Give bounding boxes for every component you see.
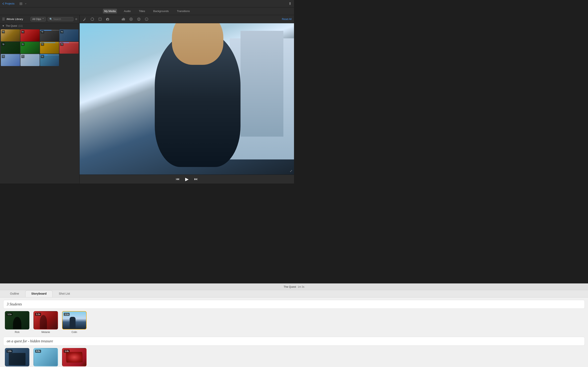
media-thumb[interactable]: 📷	[1, 29, 20, 42]
media-thumb[interactable]: 📷	[20, 42, 40, 54]
nav-titles[interactable]: Titles	[138, 9, 146, 13]
media-thumb[interactable]: 📷	[20, 54, 40, 66]
svg-point-9	[138, 18, 139, 19]
camera-icon: 📷	[41, 30, 44, 33]
media-thumb[interactable]: 📷	[1, 42, 20, 54]
crop-button[interactable]	[98, 17, 103, 22]
magic-wand-button[interactable]	[82, 17, 87, 22]
svg-rect-1	[99, 18, 101, 20]
top-nav: My Media Audio Titles Backgrounds Transi…	[0, 7, 294, 15]
chevron-down-icon[interactable]: ⌄	[25, 1, 27, 6]
library-header: ☰ iMovie Library All Clips ⌃ 🔍 ⚙	[0, 15, 79, 23]
camera-icon: 📷	[60, 43, 63, 46]
media-grid: 📷 📷 📷 📷 📷 📷	[0, 29, 79, 184]
dropdown-chevron: ⌃	[42, 18, 44, 21]
project-name: The Quest	[6, 25, 17, 27]
clips-dropdown[interactable]: All Clips ⌃	[30, 17, 46, 21]
media-thumb[interactable]: 📷	[1, 54, 20, 66]
tools-bar: i Reset All	[80, 15, 294, 23]
svg-text:i: i	[146, 18, 147, 20]
library-title: iMovie Library	[7, 17, 29, 21]
camera-icon: 📷	[60, 30, 63, 33]
media-thumb[interactable]: 📷	[60, 42, 79, 54]
svg-point-10	[139, 18, 140, 19]
skip-to-end-button[interactable]: ⏭	[194, 177, 198, 181]
skip-to-start-button[interactable]: ⏮	[176, 177, 180, 181]
camera-icon: 📷	[2, 30, 5, 33]
media-thumb[interactable]: 📷	[20, 29, 40, 42]
title-bar: Projects ⊞ ⌄ ⬆	[0, 0, 294, 7]
face-button[interactable]	[136, 17, 141, 22]
color-wheel-button[interactable]	[90, 17, 95, 22]
nav-my-media[interactable]: My Media	[103, 9, 117, 13]
expand-icon[interactable]: ▼	[2, 25, 4, 27]
left-panel: ☰ iMovie Library All Clips ⌃ 🔍 ⚙ ▼ The Q…	[0, 15, 80, 184]
camera-icon: 📷	[21, 55, 25, 58]
playback-bar: ⏮ ▶ ⏭	[80, 175, 294, 184]
search-icon: 🔍	[49, 18, 52, 21]
speed-button[interactable]	[121, 17, 126, 22]
search-input[interactable]	[53, 18, 70, 21]
camera-icon: 📷	[2, 55, 5, 58]
back-button[interactable]: Projects	[2, 2, 15, 5]
right-panel: i Reset All ⤢ ⏮ ▶ ⏭	[80, 15, 294, 184]
svg-rect-4	[123, 18, 124, 20]
info-button[interactable]: i	[144, 17, 149, 22]
camera-icon: 📷	[21, 30, 25, 33]
audio-button[interactable]	[113, 17, 118, 22]
fullscreen-button[interactable]: ⤢	[290, 169, 292, 173]
back-label: Projects	[5, 2, 15, 5]
camera-button[interactable]	[105, 17, 110, 22]
nav-transitions[interactable]: Transitions	[176, 9, 191, 13]
stabilize-button[interactable]	[129, 17, 134, 22]
preview-area: ⤢	[80, 23, 294, 175]
camera-icon: 📷	[41, 43, 44, 46]
svg-point-8	[138, 18, 140, 21]
media-thumb[interactable]: 📷	[40, 54, 59, 66]
camera-icon: 📷	[2, 43, 5, 46]
nav-backgrounds[interactable]: Backgrounds	[152, 9, 170, 13]
nav-audio[interactable]: Audio	[123, 9, 132, 13]
svg-rect-3	[123, 18, 123, 20]
sidebar-toggle[interactable]: ☰	[2, 17, 5, 21]
settings-button[interactable]: ⚙	[75, 18, 77, 21]
share-icon[interactable]: ⬆	[288, 1, 292, 6]
media-thumb[interactable]: 📷	[40, 29, 59, 42]
view-controls: ⊞ ⌄	[19, 1, 27, 6]
project-header: ▼ The Quest (11)	[0, 23, 79, 29]
media-thumb[interactable]: 📷	[60, 29, 79, 42]
svg-rect-2	[122, 19, 122, 20]
svg-point-7	[130, 18, 132, 20]
project-count: (11)	[18, 25, 23, 27]
svg-point-6	[130, 18, 132, 21]
svg-rect-5	[124, 18, 125, 20]
play-button[interactable]: ▶	[183, 176, 190, 183]
reset-all-button[interactable]: Reset All	[282, 18, 292, 21]
camera-icon: 📷	[41, 55, 44, 58]
camera-icon: 📷	[21, 43, 25, 46]
grid-view-icon[interactable]: ⊞	[19, 1, 22, 6]
main-layout: ☰ iMovie Library All Clips ⌃ 🔍 ⚙ ▼ The Q…	[0, 15, 294, 184]
search-bar[interactable]: 🔍	[48, 17, 73, 21]
media-thumb[interactable]: 📷	[40, 42, 59, 54]
